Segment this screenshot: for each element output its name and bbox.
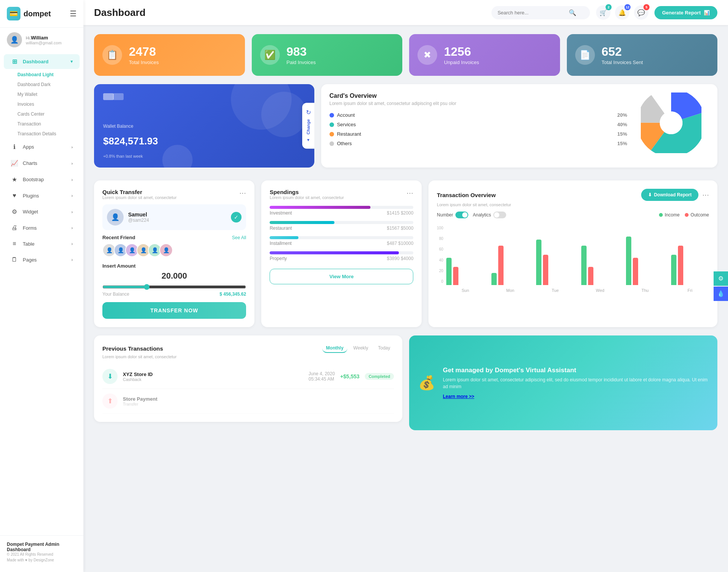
refresh-icon: ↻ <box>306 109 311 116</box>
table-row-2: ⬆ Store Payment Transfer <box>102 389 394 414</box>
transfer-now-button[interactable]: TRANSFER NOW <box>102 302 246 319</box>
sidebar-item-dashboard-light[interactable]: Dashboard Light <box>14 70 83 80</box>
va-title: Get managed by Dompet's Virtual Assistan… <box>443 367 708 374</box>
sun-outcome-bar <box>453 267 458 285</box>
contact-check-icon: ✓ <box>231 212 242 223</box>
sidebar-item-invoices[interactable]: Invoices <box>14 99 83 109</box>
tx-name-2: Store Payment <box>123 396 157 402</box>
amount-slider[interactable] <box>102 284 246 290</box>
tab-monthly[interactable]: Monthly <box>322 344 347 353</box>
chevron-right-icon: › <box>71 257 73 262</box>
mon-income-bar <box>491 273 497 285</box>
generate-report-button[interactable]: Generate Report 📊 <box>654 6 717 19</box>
charts-icon: 📈 <box>11 160 18 167</box>
notification-button[interactable]: 🔔 12 <box>615 5 629 20</box>
download-report-button[interactable]: ⬇ Download Report <box>641 189 698 201</box>
sidebar-item-dashboard-dark[interactable]: Dashboard Dark <box>14 80 83 89</box>
tx-status: Completed <box>365 373 394 380</box>
page-title: Dashboard <box>94 7 485 19</box>
search-input[interactable] <box>497 10 566 16</box>
va-learn-more-link[interactable]: Learn more >> <box>443 394 474 399</box>
tx-overview-dots[interactable]: ⋯ <box>702 191 709 199</box>
tx-date: June 4, 2020 05:34:45 AM <box>309 371 335 382</box>
income-legend: Income <box>665 212 679 218</box>
sidebar-item-bootstrap[interactable]: ★ Bootstrap › <box>4 172 80 187</box>
sidebar-item-my-wallet[interactable]: My Wallet <box>14 89 83 99</box>
change-button[interactable]: ↻ Change ▾ <box>302 103 314 149</box>
search-box[interactable]: 🔍 <box>491 6 590 19</box>
installment-amounts: $487 $10000 <box>387 241 413 246</box>
sidebar-item-widget[interactable]: ⚙ Widget › <box>4 204 80 219</box>
sidebar-item-forms[interactable]: 🖨 Forms › <box>4 221 80 235</box>
others-pct: 15% <box>617 141 627 146</box>
total-invoices-number: 2478 <box>129 45 159 59</box>
installment-label: Installment <box>270 241 292 246</box>
sidebar-item-cards-center[interactable]: Cards Center <box>14 109 83 119</box>
logo-icon: 💳 <box>7 7 20 20</box>
spendings-dots[interactable]: ⋯ <box>406 189 413 197</box>
account-label: Account <box>337 112 355 118</box>
insert-amount-value: 20.000 <box>102 271 246 281</box>
paid-invoices-label: Paid Invoices <box>287 60 316 65</box>
view-more-button[interactable]: View More <box>270 269 413 284</box>
balance-label: Your Balance <box>102 291 129 297</box>
tab-weekly[interactable]: Weekly <box>350 344 372 353</box>
sidebar-item-plugins[interactable]: ♥ Plugins › <box>4 188 80 203</box>
quick-transfer-dots[interactable]: ⋯ <box>239 189 246 197</box>
content-area: 📋 2478 Total Invoices ✅ 983 Paid Invoice… <box>83 25 728 572</box>
restaurant-pct: 15% <box>617 131 627 137</box>
wallet-balance: $824,571.93 <box>103 135 305 147</box>
see-all-link[interactable]: See All <box>232 235 246 240</box>
number-toggle[interactable] <box>455 212 468 218</box>
sidebar-item-apps[interactable]: ℹ Apps › <box>4 139 80 154</box>
tx-name: XYZ Store ID <box>123 371 153 377</box>
sidebar-item-pages[interactable]: 🗒 Pages › <box>4 252 80 267</box>
chevron-down-icon: ▾ <box>71 59 73 64</box>
unpaid-invoices-icon: ✖ <box>417 45 437 65</box>
table-icon: ≡ <box>11 240 18 247</box>
period-tabs: Monthly Weekly Today <box>322 344 394 353</box>
prev-bottom-row: Previous Transactions Monthly Weekly Tod… <box>94 335 717 430</box>
sun-income-bar <box>446 258 452 285</box>
table-row: ⬇ XYZ Store ID Cashback June 4, 2020 05:… <box>102 364 394 389</box>
change-label: Change <box>306 119 311 134</box>
others-label: Others <box>337 141 352 146</box>
hamburger-icon[interactable]: ☰ <box>70 9 77 18</box>
settings-floating-button[interactable]: ⚙ <box>714 271 728 286</box>
restaurant-label: Restaurant <box>337 131 361 137</box>
label-wed: Wed <box>581 288 620 293</box>
sidebar-item-table[interactable]: ≡ Table › <box>4 237 80 251</box>
recent-friend-title: Recent Friend <box>102 235 135 240</box>
analytics-toggle[interactable] <box>493 212 506 218</box>
va-description: Lorem ipsum dolor sit amet, consectetur … <box>443 376 708 390</box>
tx-icon-2: ⬆ <box>102 393 118 409</box>
friend-avatar-6[interactable]: 👤 <box>159 243 173 257</box>
total-sent-icon: 📄 <box>575 45 595 65</box>
cart-button[interactable]: 🛒 2 <box>596 5 610 20</box>
sidebar-item-transaction-details[interactable]: Transaction Details <box>14 129 83 139</box>
tab-today[interactable]: Today <box>374 344 394 353</box>
header-icons: 🛒 2 🔔 12 💬 5 <box>596 5 648 20</box>
sidebar-item-charts[interactable]: 📈 Charts › <box>4 156 80 171</box>
thu-outcome-bar <box>633 258 638 285</box>
spending-item-investment: Investment $1415 $2000 <box>270 206 413 216</box>
drop-floating-button[interactable]: 💧 <box>714 287 728 301</box>
overview-item-restaurant: Restaurant 15% <box>329 131 627 137</box>
analytics-toggle-label: Analytics <box>473 212 491 218</box>
tx-overview-title: Transaction Overview <box>437 192 496 198</box>
dashboard-icon: ⊞ <box>11 58 18 65</box>
account-dot <box>329 113 334 118</box>
chat-button[interactable]: 💬 5 <box>634 5 648 20</box>
bar-group-fri <box>671 246 709 285</box>
balance-amount: $ 456,345.62 <box>220 291 246 297</box>
spending-item-restaurant: Restaurant $1567 $5000 <box>270 221 413 231</box>
footer-made-by: Made with ♥ by DesignZone <box>7 558 77 562</box>
sidebar-item-dashboard[interactable]: ⊞ Dashboard ▾ <box>4 54 80 69</box>
sidebar-item-transaction[interactable]: Transaction <box>14 119 83 129</box>
quick-transfer-title: Quick Transfer <box>102 189 177 195</box>
wallet-change: +0.8% than last week <box>103 154 305 158</box>
chart-x-labels: Sun Mon Tue Wed Thu Fri <box>446 288 709 293</box>
va-icon: 💰 <box>418 375 435 391</box>
chevron-down-icon: ▾ <box>307 138 309 143</box>
bar-group-tue <box>536 240 574 285</box>
